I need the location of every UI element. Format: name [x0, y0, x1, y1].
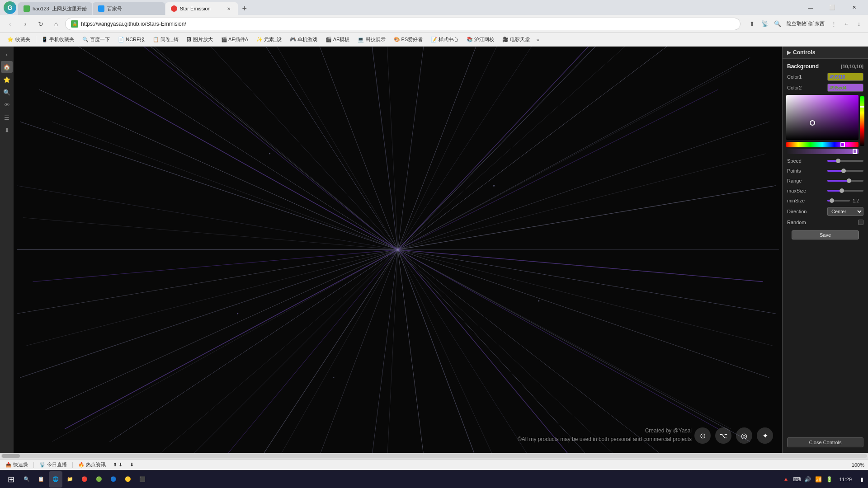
color-picker-gradient[interactable] — [786, 95, 859, 140]
back-nav-icon[interactable]: ← — [841, 19, 852, 29]
cast-icon[interactable]: 📡 — [760, 19, 770, 29]
bookmark-label-7: ✨ 元素_设 — [256, 36, 282, 43]
taskbar-right: 🔺 ⌨ 🔊 📶 🔋 11:29 ▮ — [781, 475, 866, 484]
bookmark-school[interactable]: 📚 沪江网校 — [463, 34, 498, 45]
tray-icon-1[interactable]: 🔺 — [781, 475, 790, 484]
sidebar-list-icon[interactable]: ☰ — [1, 112, 13, 123]
h-scrollbar-track — [1, 454, 867, 458]
instagram-icon[interactable]: ◎ — [736, 427, 752, 444]
maxsize-slider-thumb — [840, 188, 844, 193]
taskbar-app1[interactable]: 🔴 — [78, 471, 91, 488]
sidebar-search-icon[interactable]: 🔍 — [1, 86, 13, 98]
bookmark-label-2: 🔍 百度一下 — [82, 36, 110, 43]
status-item-5[interactable]: ⬇ — [128, 462, 136, 468]
status-label-2: 今日直播 — [47, 461, 67, 468]
alpha-bar[interactable] — [786, 149, 859, 154]
bookmarks-more[interactable]: » — [534, 37, 541, 42]
range-slider[interactable] — [827, 180, 863, 182]
close-controls-button[interactable]: Close Controls — [787, 437, 863, 447]
tab-3[interactable]: Star Emission ✕ — [165, 2, 238, 15]
bookmark-movie[interactable]: 🎥 电影天堂 — [499, 34, 533, 45]
taskbar-task-view[interactable]: 📋 — [34, 471, 48, 488]
canvas-area[interactable]: Created by @Yasai ©All my products may b… — [14, 47, 782, 453]
main-area: ‹ 🏠 ⭐ 🔍 👁 ☰ ⬇ — [0, 47, 868, 453]
bookmark-ncre[interactable]: 📄 NCRE报 — [114, 34, 148, 45]
tray-icon-2[interactable]: ⌨ — [792, 475, 801, 484]
taskbar-app3[interactable]: 🔵 — [107, 471, 120, 488]
tab-3-close[interactable]: ✕ — [225, 5, 232, 12]
taskbar-explorer[interactable]: 📁 — [63, 471, 77, 488]
codepen-icon[interactable]: ⊙ — [694, 427, 711, 444]
controls-header: ▶ Controls — [783, 47, 868, 59]
github-icon[interactable]: ⌥ — [715, 427, 731, 444]
color1-row: Color1 #9f9f16 — [783, 71, 868, 82]
save-button[interactable]: Save — [792, 230, 859, 239]
status-item-2[interactable]: 📡 今日直播 — [38, 461, 69, 468]
taskbar-start[interactable]: ⊞ — [2, 470, 20, 488]
random-checkbox[interactable] — [858, 220, 863, 225]
address-text: https://wangyasai.github.io/Stars-Emmisi… — [81, 21, 735, 27]
refresh-button[interactable]: ↻ — [34, 18, 47, 30]
close-button[interactable]: ✕ — [844, 0, 864, 15]
bookmark-style[interactable]: 📝 样式中心 — [427, 34, 462, 45]
tray-icon-5[interactable]: 🔋 — [825, 475, 834, 484]
twitter-icon[interactable]: ✦ — [757, 427, 773, 444]
bookmark-ps[interactable]: 🎨 PS爱好者 — [390, 34, 427, 45]
brightness-bar[interactable] — [860, 96, 864, 146]
address-input[interactable]: 🔒 https://wangyasai.github.io/Stars-Emmi… — [65, 18, 741, 30]
home-button[interactable]: ⌂ — [50, 18, 62, 30]
new-tab-button[interactable]: + — [238, 2, 251, 15]
bookmark-mobile[interactable]: 📱 手机收藏夹 — [38, 34, 78, 45]
tab-2-title: 百家号 — [107, 5, 160, 12]
bookmark-game[interactable]: 🎮 单机游戏 — [286, 34, 321, 45]
taskbar-browser[interactable]: 🌐 — [49, 471, 62, 488]
show-desktop-icon[interactable]: ▮ — [857, 475, 866, 484]
bookmark-ae[interactable]: 🎬 AE插件A — [217, 34, 252, 45]
status-item-3[interactable]: 🔥 热点资讯 — [76, 461, 108, 468]
maximize-button[interactable]: ⬜ — [822, 0, 843, 15]
bookmark-images[interactable]: 🖼 图片放大 — [183, 34, 217, 45]
minimize-button[interactable]: — — [800, 0, 821, 15]
bookmark-elements[interactable]: ✨ 元素_设 — [253, 34, 285, 45]
h-scrollbar-thumb[interactable] — [2, 454, 20, 458]
taskbar-app2[interactable]: 🟢 — [92, 471, 106, 488]
tray-icon-4[interactable]: 📶 — [814, 475, 823, 484]
bookmark-collections[interactable]: ⭐ 收藏夹 — [4, 34, 34, 45]
tab-2[interactable]: 百家号 — [93, 2, 165, 15]
sidebar-star-icon[interactable]: ⭐ — [1, 74, 13, 85]
taskbar-app4[interactable]: 🟡 — [121, 471, 135, 488]
sidebar-home-icon[interactable]: 🏠 — [1, 61, 13, 73]
status-item-1[interactable]: 📥 快速操 — [4, 461, 30, 468]
sidebar-download-icon[interactable]: ⬇ — [1, 124, 13, 136]
tab-1[interactable]: hao123_上网从这里开始 — [18, 2, 92, 15]
speed-slider[interactable] — [827, 160, 863, 162]
taskbar-clock[interactable]: 11:29 — [835, 477, 855, 482]
taskbar-items: 🔍 📋 🌐 📁 🔴 🟢 🔵 🟡 — [20, 471, 781, 488]
bookmark-ae2[interactable]: 🎬 AE模板 — [322, 34, 353, 45]
taskbar-search[interactable]: 🔍 — [20, 471, 33, 488]
forward-nav-icon[interactable]: ↓ — [854, 19, 864, 29]
direction-select[interactable]: Center Left Right Up Down — [827, 207, 863, 216]
maxsize-slider[interactable] — [827, 190, 863, 192]
color1-swatch[interactable]: #9f9f16 — [827, 73, 863, 81]
minsize-slider[interactable] — [827, 200, 850, 202]
settings-icon[interactable]: ⋮ — [828, 19, 839, 29]
minsize-value: 1.2 — [853, 198, 863, 203]
points-slider[interactable] — [827, 170, 863, 172]
color-picker[interactable] — [783, 93, 868, 156]
sidebar-back-icon[interactable]: ‹ — [1, 48, 13, 60]
sidebar-eye-icon[interactable]: 👁 — [1, 99, 13, 111]
share-icon[interactable]: ⬆ — [747, 19, 758, 29]
tray-icon-3[interactable]: 🔊 — [803, 475, 812, 484]
h-scrollbar[interactable] — [0, 453, 868, 459]
bookmark-tech[interactable]: 💻 科技展示 — [354, 34, 389, 45]
back-button[interactable]: ‹ — [4, 18, 16, 30]
hue-bar[interactable] — [786, 142, 859, 147]
taskbar-app5[interactable]: ⬛ — [136, 471, 149, 488]
status-item-4[interactable]: ⬆ ⬇ — [111, 462, 124, 468]
search-icon[interactable]: 🔍 — [772, 19, 783, 29]
forward-button[interactable]: › — [19, 18, 32, 30]
bookmark-survey[interactable]: 📋 问卷_铸 — [149, 34, 182, 45]
color2-swatch[interactable]: #9f5cd4 — [827, 84, 863, 92]
bookmark-baidu[interactable]: 🔍 百度一下 — [79, 34, 113, 45]
